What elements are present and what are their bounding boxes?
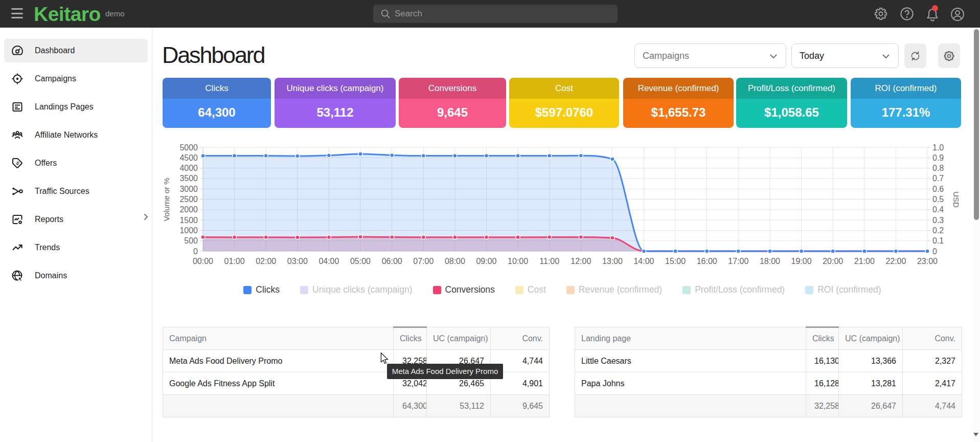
svg-text:07:00: 07:00 bbox=[413, 257, 434, 266]
svg-text:4500: 4500 bbox=[179, 153, 198, 162]
svg-text:0.2: 0.2 bbox=[932, 226, 944, 235]
svg-text:0.1: 0.1 bbox=[932, 236, 944, 245]
svg-text:21:00: 21:00 bbox=[854, 257, 875, 266]
svg-text:05:00: 05:00 bbox=[350, 257, 371, 266]
svg-text:01:00: 01:00 bbox=[224, 257, 245, 266]
svg-text:16:00: 16:00 bbox=[697, 257, 717, 266]
svg-text:04:00: 04:00 bbox=[318, 257, 339, 266]
svg-text:5000: 5000 bbox=[179, 143, 198, 152]
svg-text:3500: 3500 bbox=[179, 174, 198, 183]
svg-text:2500: 2500 bbox=[179, 195, 198, 204]
svg-text:USD: USD bbox=[952, 191, 961, 208]
svg-text:11:00: 11:00 bbox=[539, 257, 559, 266]
svg-text:22:00: 22:00 bbox=[885, 257, 906, 266]
svg-text:3000: 3000 bbox=[179, 185, 198, 193]
svg-text:0.9: 0.9 bbox=[932, 153, 944, 162]
svg-text:06:00: 06:00 bbox=[382, 257, 402, 266]
svg-text:15:00: 15:00 bbox=[665, 257, 686, 266]
svg-text:0.4: 0.4 bbox=[932, 205, 944, 214]
svg-text:00:00: 00:00 bbox=[193, 257, 213, 266]
svg-text:03:00: 03:00 bbox=[287, 257, 308, 266]
svg-text:09:00: 09:00 bbox=[476, 257, 496, 266]
svg-text:19:00: 19:00 bbox=[791, 257, 812, 266]
svg-text:08:00: 08:00 bbox=[445, 257, 465, 266]
svg-text:14:00: 14:00 bbox=[633, 257, 654, 266]
svg-text:1000: 1000 bbox=[179, 226, 198, 235]
svg-text:500: 500 bbox=[184, 236, 198, 245]
svg-text:02:00: 02:00 bbox=[256, 257, 276, 266]
svg-text:0: 0 bbox=[193, 247, 198, 256]
svg-text:18:00: 18:00 bbox=[760, 257, 780, 266]
svg-text:1.0: 1.0 bbox=[932, 143, 944, 152]
svg-text:10:00: 10:00 bbox=[508, 257, 528, 266]
svg-text:23:00: 23:00 bbox=[917, 257, 938, 266]
svg-text:1500: 1500 bbox=[179, 216, 198, 225]
svg-text:Volume or %: Volume or % bbox=[162, 178, 171, 221]
svg-text:0.7: 0.7 bbox=[932, 174, 944, 183]
svg-text:20:00: 20:00 bbox=[823, 257, 843, 266]
svg-text:0.8: 0.8 bbox=[932, 164, 944, 172]
svg-text:17:00: 17:00 bbox=[728, 257, 748, 266]
svg-text:0: 0 bbox=[932, 247, 937, 256]
svg-text:2000: 2000 bbox=[179, 205, 198, 214]
svg-text:12:00: 12:00 bbox=[571, 257, 591, 266]
svg-text:0.6: 0.6 bbox=[932, 185, 944, 193]
svg-text:13:00: 13:00 bbox=[602, 257, 623, 266]
svg-text:0.3: 0.3 bbox=[932, 216, 944, 225]
svg-text:4000: 4000 bbox=[179, 164, 198, 172]
svg-text:0.5: 0.5 bbox=[932, 195, 944, 204]
